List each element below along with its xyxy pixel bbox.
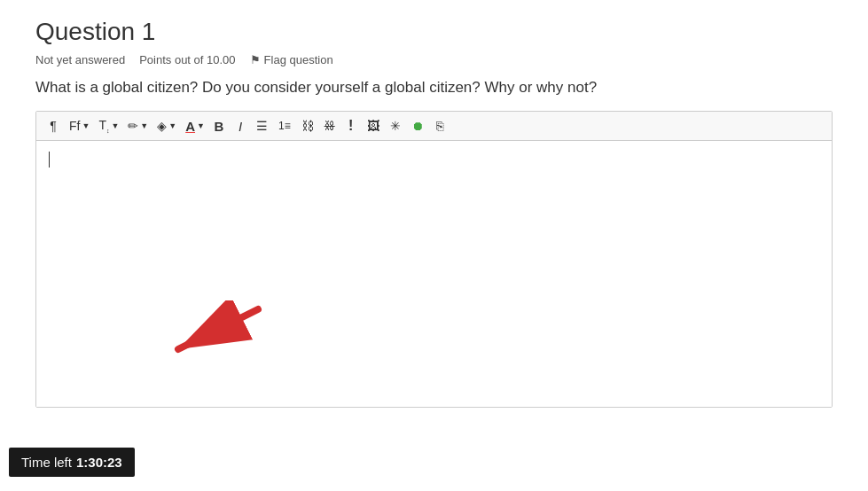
editor-container: ¶ Ff ▼ T↕ ▼ ✏ ▼ ◈ ▼ A ▼ [35,111,833,408]
bold-icon: B [215,119,224,134]
chevron-down-icon: ▼ [140,122,148,130]
italic-icon: I [239,119,242,134]
unordered-list-button[interactable]: ☰ [252,115,272,136]
chevron-down-icon: ▼ [168,122,176,130]
link-button[interactable]: ⛓ [297,115,318,136]
exclamation-icon: ! [348,118,353,134]
time-left-value: 1:30:23 [76,455,122,470]
points-display: Points out of 10.00 [139,53,235,66]
time-left-label: Time left [21,455,72,470]
sparkle-icon: ✳ [390,119,401,133]
text-cursor [49,152,50,168]
paste-icon: ⎘ [436,119,443,133]
pencil-button[interactable]: ✏ ▼ [123,115,151,136]
question-meta: Not yet answered Points out of 10.00 ⚑ F… [35,53,833,66]
editor-body[interactable] [36,141,832,407]
ordered-list-icon: 1≡ [278,120,291,132]
font-color-button[interactable]: A ▼ [181,115,207,136]
question-title: Question 1 [35,18,833,46]
unlink-button[interactable]: ⛓ [320,115,340,136]
sparkle-button[interactable]: ✳ [386,115,405,136]
chevron-down-icon: ▼ [82,122,90,130]
special-char-button[interactable]: ! [341,115,361,136]
flag-icon: ⚑ [250,53,261,66]
not-answered-status: Not yet answered [35,53,125,66]
question-text: What is a global citizen? Do you conside… [35,79,833,97]
pencil-icon: ✏ [128,119,138,133]
chevron-down-icon: ▼ [197,122,205,130]
arrow-annotation [152,300,258,354]
page-container: Question 1 Not yet answered Points out o… [0,0,868,425]
font-size-label: T↕ [98,118,109,134]
unlink-icon: ⛓ [325,120,335,132]
font-family-label: Ff [69,119,80,133]
image-button[interactable]: 🖼 [363,115,384,136]
record-icon: ⏺ [411,119,424,133]
highlight-button[interactable]: ◈ ▼ [152,115,179,136]
flag-label: Flag question [264,53,333,66]
font-size-button[interactable]: T↕ ▼ [94,115,121,136]
paragraph-icon: ¶ [50,119,57,133]
ordered-list-button[interactable]: 1≡ [274,115,295,136]
font-color-label: A [185,119,195,134]
time-left-badge: Time left 1:30:23 [9,448,135,477]
chevron-down-icon: ▼ [111,122,119,130]
highlight-icon: ◈ [157,119,167,133]
flag-question-button[interactable]: ⚑ Flag question [250,53,333,66]
unordered-list-icon: ☰ [256,119,268,133]
format-block-button[interactable]: ¶ [43,115,63,136]
font-family-button[interactable]: Ff ▼ [65,115,92,136]
italic-button[interactable]: I [231,115,250,136]
editor-toolbar: ¶ Ff ▼ T↕ ▼ ✏ ▼ ◈ ▼ A ▼ [36,112,832,141]
image-icon: 🖼 [367,119,379,133]
paste-button[interactable]: ⎘ [430,115,450,136]
record-button[interactable]: ⏺ [407,115,428,136]
bold-button[interactable]: B [209,115,229,136]
svg-line-1 [178,309,258,349]
link-icon: ⛓ [301,119,314,133]
